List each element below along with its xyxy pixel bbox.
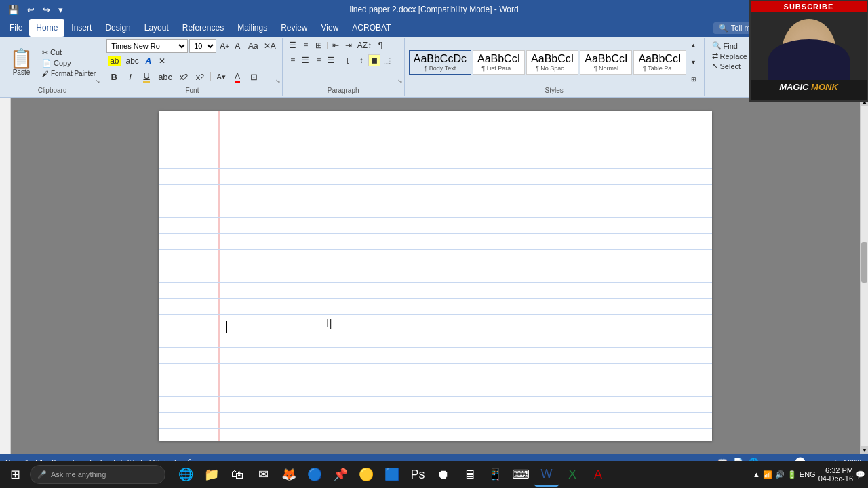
taskbar-excel-icon[interactable]: X <box>560 462 585 487</box>
font-color-button[interactable]: A <box>230 69 245 84</box>
menu-file[interactable]: File <box>3 19 29 37</box>
format-painter-button[interactable]: 🖌 Format Painter <box>40 69 98 78</box>
style-normal[interactable]: AaBbCcI ¶ Normal <box>580 50 632 75</box>
justify-button[interactable]: ☰ <box>326 54 338 66</box>
decrease-indent-button[interactable]: ⇤ <box>330 39 342 52</box>
find-button[interactable]: 🔍 Find <box>710 41 749 51</box>
taskbar-sticky-icon[interactable]: 📌 <box>328 462 353 487</box>
char-border-button[interactable]: ⊡ <box>246 69 261 84</box>
multilevel-list-button[interactable]: ⊞ <box>313 39 325 52</box>
line-spacing-button[interactable]: ↕ <box>355 54 368 66</box>
taskbar-word-icon[interactable]: W <box>534 462 559 487</box>
style-list-para[interactable]: AaBbCcI ¶ List Para... <box>473 50 525 75</box>
text-effects-button[interactable]: A <box>142 55 155 67</box>
subscribe-bar[interactable]: SUBSCRIBE <box>751 1 867 12</box>
menu-review[interactable]: Review <box>274 19 314 37</box>
paint-brush-icon: 🖌 <box>42 70 49 77</box>
menu-mailings[interactable]: Mailings <box>231 19 274 37</box>
font-shrink-button[interactable]: A- <box>233 40 245 52</box>
customize-qat-button[interactable]: ▾ <box>56 3 66 16</box>
columns-button[interactable]: ⫿ <box>342 54 355 66</box>
align-left-button[interactable]: ≡ <box>287 54 299 66</box>
action-center-icon[interactable]: 💬 <box>856 470 865 479</box>
font-grow-button[interactable]: A+ <box>218 40 231 52</box>
document-page[interactable]: I| <box>159 111 712 441</box>
style-no-spacing[interactable]: AaBbCcI ¶ No Spac... <box>526 50 578 75</box>
align-center-button[interactable]: ☰ <box>300 54 312 66</box>
scroll-down-arrow[interactable]: ▼ <box>861 446 868 454</box>
scrollbar-thumb[interactable] <box>861 242 867 283</box>
bullets-button[interactable]: ☰ <box>287 39 299 52</box>
sort-button[interactable]: AZ↕ <box>355 39 374 52</box>
copy-button[interactable]: 📄 Copy <box>40 58 98 68</box>
vertical-scrollbar[interactable]: ▲ ▼ <box>860 98 868 454</box>
document-scroll-area[interactable]: I| <box>11 98 860 454</box>
save-button[interactable]: 💾 <box>5 3 22 16</box>
italic-button[interactable]: I <box>123 69 138 84</box>
bold-button[interactable]: B <box>106 69 121 84</box>
increase-indent-button[interactable]: ⇥ <box>342 39 355 52</box>
shading-button[interactable]: ◼ <box>368 54 380 66</box>
underline-button[interactable]: U <box>139 69 154 84</box>
taskbar-monitor-icon[interactable]: 🖥 <box>457 462 481 487</box>
clipboard-expand[interactable]: ↘ <box>95 78 100 85</box>
menu-references[interactable]: References <box>176 19 231 37</box>
menu-home[interactable]: Home <box>29 19 64 37</box>
taskbar-search[interactable]: 🎤 Ask me anything <box>30 465 165 484</box>
taskbar-chrome-icon[interactable]: 🔵 <box>302 462 327 487</box>
undo-button[interactable]: ↩ <box>24 3 37 16</box>
font-expand[interactable]: ↘ <box>275 78 281 85</box>
style-table-para[interactable]: AaBbCcI ¶ Table Pa... <box>633 50 686 75</box>
taskbar-edge-icon[interactable]: 🌐 <box>174 462 198 487</box>
menu-view[interactable]: View <box>315 19 346 37</box>
ribbon-toolbar: 📋 Paste ✂ Cut 📄 Copy 🖌 Format Painter <box>0 37 868 98</box>
numbering-button[interactable]: ≡ <box>300 39 312 52</box>
styles-expand[interactable]: ⊞ <box>688 73 700 85</box>
clear-format-button[interactable]: ✕A <box>262 40 278 52</box>
taskbar-store-icon[interactable]: 🛍 <box>225 462 250 487</box>
taskbar-app12[interactable]: 📱 <box>483 462 507 487</box>
taskbar-photoshop-icon[interactable]: Ps <box>406 462 430 487</box>
tray-network-icon[interactable]: 📶 <box>763 470 772 479</box>
paste-button[interactable]: 📋 Paste <box>7 48 36 77</box>
taskbar-record-icon[interactable]: ⏺ <box>431 462 456 487</box>
phonetic-guide-button[interactable]: abc <box>124 55 141 67</box>
font-size-select[interactable]: 10 <box>189 39 216 53</box>
menu-insert[interactable]: Insert <box>64 19 98 37</box>
borders-button[interactable]: ⬚ <box>381 54 393 66</box>
scrollbar-track[interactable] <box>861 106 868 446</box>
cut-button[interactable]: ✂ Cut <box>40 47 98 58</box>
strikethrough-button[interactable]: abc <box>155 69 175 84</box>
font-family-select[interactable]: Times New Ro <box>106 39 188 53</box>
highlight-color-button[interactable]: ab <box>106 55 122 67</box>
tray-volume-icon[interactable]: 🔊 <box>775 470 785 479</box>
style-body-text[interactable]: AaBbCcDc ¶ Body Text <box>409 50 471 75</box>
redo-button[interactable]: ↪ <box>40 3 53 16</box>
replace-button[interactable]: ⇄ Replace <box>710 51 749 61</box>
menu-acrobat[interactable]: ACROBAT <box>345 19 397 37</box>
tray-battery-icon[interactable]: 🔋 <box>787 470 797 479</box>
taskbar-firefox-icon[interactable]: 🦊 <box>277 462 301 487</box>
change-case-button[interactable]: Aa <box>246 40 260 52</box>
taskbar-keyboard-icon[interactable]: ⌨ <box>509 462 533 487</box>
tray-language[interactable]: ENG <box>800 470 816 479</box>
taskbar-acrobat-icon[interactable]: A <box>586 462 610 487</box>
paragraph-expand[interactable]: ↘ <box>397 78 403 85</box>
superscript-button[interactable]: x2 <box>193 69 208 84</box>
tray-show-hidden[interactable]: ▲ <box>753 470 760 479</box>
styles-scroll-down[interactable]: ▼ <box>688 56 700 68</box>
select-button[interactable]: ↖ Select <box>710 61 749 71</box>
text-highlight-button[interactable]: ✕ <box>156 55 168 67</box>
styles-scroll-up[interactable]: ▲ <box>688 39 700 52</box>
text-shading-button[interactable]: A▾ <box>214 69 229 84</box>
subscript-button[interactable]: x2 <box>176 69 191 84</box>
taskbar-mail-icon[interactable]: ✉ <box>251 462 275 487</box>
taskbar-app7[interactable]: 🟡 <box>354 462 378 487</box>
taskbar-folder-icon[interactable]: 📁 <box>199 462 224 487</box>
start-button[interactable]: ⊞ <box>3 462 27 487</box>
taskbar-app8[interactable]: 🟦 <box>380 462 404 487</box>
menu-design[interactable]: Design <box>98 19 137 37</box>
show-formatting-button[interactable]: ¶ <box>374 39 387 52</box>
menu-layout[interactable]: Layout <box>138 19 176 37</box>
align-right-button[interactable]: ≡ <box>313 54 325 66</box>
